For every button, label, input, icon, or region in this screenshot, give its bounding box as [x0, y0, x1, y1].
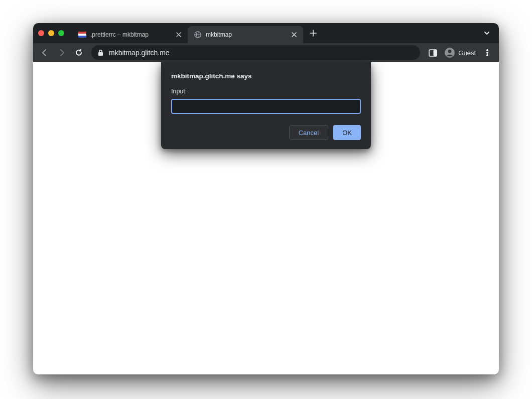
reload-button[interactable]	[71, 45, 86, 60]
close-icon[interactable]	[290, 31, 298, 39]
forward-button[interactable]	[54, 45, 69, 60]
ok-button[interactable]: OK	[333, 125, 361, 140]
toolbar: mkbitmap.glitch.me Guest	[33, 43, 499, 62]
chevron-down-icon[interactable]	[480, 26, 494, 40]
dialog-input[interactable]	[171, 99, 361, 114]
js-prompt-dialog: mkbitmap.glitch.me says Input: Cancel OK	[161, 62, 371, 149]
tab-strip: .prettierrc – mkbitmap mkbitmap	[33, 23, 499, 43]
tab-title: mkbitmap	[206, 31, 290, 38]
page-content: mkbitmap.glitch.me says Input: Cancel OK	[33, 62, 499, 374]
back-button[interactable]	[37, 45, 52, 60]
profile-guest-button[interactable]: Guest	[442, 46, 478, 59]
svg-point-7	[486, 49, 488, 51]
dialog-buttons: Cancel OK	[171, 125, 361, 140]
menu-button[interactable]	[480, 45, 495, 60]
kebab-icon	[483, 49, 491, 57]
address-bar[interactable]: mkbitmap.glitch.me	[91, 45, 420, 60]
glitch-favicon-icon	[78, 31, 86, 39]
dialog-title: mkbitmap.glitch.me says	[171, 72, 361, 80]
url-text: mkbitmap.glitch.me	[109, 49, 414, 57]
sidepanel-button[interactable]	[425, 45, 440, 60]
globe-favicon-icon	[194, 31, 202, 39]
tab-inactive-0[interactable]: .prettierrc – mkbitmap	[72, 26, 188, 43]
tabs: .prettierrc – mkbitmap mkbitmap	[72, 23, 303, 43]
person-icon	[444, 47, 455, 58]
tab-active-1[interactable]: mkbitmap	[188, 26, 303, 43]
browser-window: .prettierrc – mkbitmap mkbitmap	[33, 23, 499, 374]
window-controls	[38, 30, 64, 36]
svg-rect-4	[434, 50, 437, 56]
toolbar-right: Guest	[425, 45, 495, 60]
dialog-label: Input:	[171, 88, 361, 95]
close-icon[interactable]	[175, 31, 183, 39]
window-maximize-button[interactable]	[58, 30, 64, 36]
guest-label: Guest	[458, 49, 476, 57]
svg-point-8	[486, 52, 488, 53]
window-close-button[interactable]	[38, 30, 44, 36]
new-tab-button[interactable]	[306, 26, 320, 40]
svg-point-9	[486, 54, 488, 56]
svg-rect-2	[98, 52, 103, 56]
window-minimize-button[interactable]	[48, 30, 54, 36]
tab-title: .prettierrc – mkbitmap	[90, 31, 175, 38]
cancel-button[interactable]: Cancel	[289, 125, 328, 140]
svg-point-6	[448, 50, 452, 53]
lock-icon	[97, 49, 104, 56]
